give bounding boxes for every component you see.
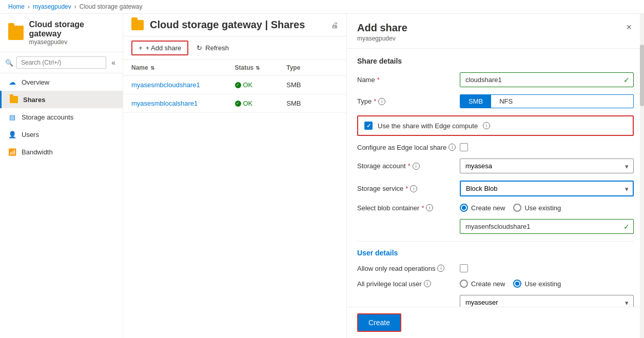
plus-icon: + bbox=[139, 44, 143, 52]
privilege-label: All privilege local user i bbox=[357, 280, 460, 288]
privilege-row: All privilege local user i Create new Us… bbox=[357, 280, 634, 288]
name-input[interactable] bbox=[460, 72, 634, 87]
storage-service-row: Storage service * i Block Blob bbox=[357, 181, 634, 196]
add-share-title: Add share bbox=[357, 22, 407, 34]
col-header-type: Type bbox=[286, 64, 338, 71]
edge-local-label: Configure as Edge local share i bbox=[357, 144, 460, 151]
breadcrumb-home[interactable]: Home bbox=[8, 3, 25, 10]
print-icon[interactable]: 🖨 bbox=[331, 21, 338, 29]
blob-use-existing-radio[interactable]: Use existing bbox=[513, 204, 561, 212]
privilege-info-icon[interactable]: i bbox=[424, 280, 431, 287]
name-label: Name * bbox=[357, 76, 460, 84]
users-icon: 👤 bbox=[8, 130, 16, 138]
privilege-create-new-radio[interactable]: Create new bbox=[460, 280, 505, 288]
privilege-radios: Create new Use existing bbox=[460, 280, 634, 288]
blob-create-new-radio[interactable]: Create new bbox=[460, 204, 505, 212]
read-only-checkbox[interactable] bbox=[460, 264, 468, 272]
col-header-status: Status ⇅ bbox=[235, 64, 287, 71]
main-panel: Cloud storage gateway | Shares 🖨 + + Add… bbox=[123, 14, 346, 338]
create-new-radio-icon bbox=[460, 204, 468, 212]
add-share-footer: Create bbox=[347, 307, 644, 338]
resource-subtitle: myasegpudev bbox=[29, 38, 114, 46]
breadcrumb-resource-group[interactable]: myasegpudev bbox=[33, 3, 71, 10]
type-nfs-button[interactable]: NFS bbox=[491, 95, 521, 108]
sidebar-item-overview[interactable]: ☁ Overview bbox=[0, 73, 123, 91]
sort-icon-status[interactable]: ⇅ bbox=[256, 65, 260, 71]
storage-service-info-icon[interactable]: i bbox=[410, 185, 417, 192]
table-header: Name ⇅ Status ⇅ Type bbox=[123, 60, 346, 76]
add-share-button[interactable]: + + Add share bbox=[131, 41, 188, 55]
panel-header: Cloud storage gateway | Shares 🖨 bbox=[123, 14, 346, 36]
edge-local-checkbox[interactable] bbox=[460, 143, 468, 151]
collapse-icon[interactable]: « bbox=[109, 57, 118, 68]
sort-icon-name[interactable]: ⇅ bbox=[150, 65, 154, 71]
sidebar: Cloud storage gateway myasegpudev 🔍 « ☁ … bbox=[0, 14, 123, 338]
storage-service-select[interactable]: Block Blob bbox=[460, 181, 634, 196]
sidebar-item-storage[interactable]: ▤ Storage accounts bbox=[0, 108, 123, 126]
table-row[interactable]: myasesmbcloudshare1 ✓ OK SMB bbox=[123, 76, 346, 94]
status-ok-icon-2: ✓ bbox=[235, 101, 241, 107]
scrollbar-thumb[interactable] bbox=[640, 45, 644, 106]
col-header-name: Name ⇅ bbox=[131, 64, 235, 71]
type-row: Type * i SMB NFS bbox=[357, 94, 634, 108]
read-only-info-icon[interactable]: i bbox=[437, 265, 444, 272]
type-smb-button[interactable]: SMB bbox=[460, 95, 491, 108]
table-row[interactable]: myasesmblocalshare1 ✓ OK SMB bbox=[123, 94, 346, 113]
toolbar: + + Add share ↻ Refresh bbox=[123, 36, 346, 60]
breadcrumb: Home › myasegpudev › Cloud storage gatew… bbox=[0, 0, 644, 14]
edge-local-checkbox-wrapper bbox=[460, 143, 634, 151]
row-type-2: SMB bbox=[286, 100, 338, 107]
sidebar-item-label-overview: Overview bbox=[22, 78, 49, 86]
close-button[interactable]: × bbox=[624, 22, 634, 33]
search-icon: 🔍 bbox=[5, 59, 13, 67]
nav-items: ☁ Overview Shares ▤ Storage accounts 👤 U… bbox=[0, 73, 123, 338]
sidebar-item-bandwidth[interactable]: 📶 Bandwidth bbox=[0, 143, 123, 161]
privilege-create-label: Create new bbox=[471, 280, 505, 288]
user-select-wrapper: myaseuser bbox=[460, 295, 634, 307]
blob-container-label: Select blob container * i bbox=[357, 204, 460, 212]
breadcrumb-current: Cloud storage gateway bbox=[80, 3, 143, 10]
type-toggle-wrapper: SMB NFS bbox=[460, 94, 634, 108]
add-share-subtitle: myasegpudev bbox=[357, 35, 407, 42]
row-status-2: ✓ OK bbox=[235, 100, 287, 107]
resource-header: Cloud storage gateway myasegpudev bbox=[0, 14, 123, 52]
cloud-icon: ☁ bbox=[8, 78, 16, 86]
blob-container-input[interactable] bbox=[460, 219, 634, 234]
app-container: Home › myasegpudev › Cloud storage gatew… bbox=[0, 0, 644, 338]
sidebar-item-users[interactable]: 👤 Users bbox=[0, 126, 123, 143]
storage-account-row: Storage account * i myasesa bbox=[357, 158, 634, 173]
share-link-2[interactable]: myasesmblocalshare1 bbox=[131, 100, 198, 107]
edge-compute-label: Use the share with Edge compute bbox=[378, 122, 478, 130]
share-link-1[interactable]: myasesmbcloudshare1 bbox=[131, 81, 200, 89]
scrollbar-track[interactable] bbox=[640, 14, 644, 338]
storage-icon: ▤ bbox=[8, 113, 16, 121]
blob-container-radios: Create new Use existing bbox=[460, 204, 634, 212]
blob-container-info-icon[interactable]: i bbox=[426, 204, 433, 211]
create-button[interactable]: Create bbox=[357, 313, 401, 332]
blob-container-input-wrapper: ✓ bbox=[460, 219, 634, 234]
edge-compute-checkbox[interactable]: ✓ bbox=[364, 122, 373, 130]
user-select-row: myaseuser bbox=[357, 295, 634, 307]
sidebar-item-label-shares: Shares bbox=[23, 96, 45, 104]
storage-account-select[interactable]: myasesa bbox=[460, 158, 634, 173]
type-toggle: SMB NFS bbox=[460, 94, 634, 108]
user-select[interactable]: myaseuser bbox=[460, 295, 634, 307]
status-ok-icon-1: ✓ bbox=[235, 82, 241, 88]
privilege-create-radio-icon bbox=[460, 280, 468, 288]
refresh-button[interactable]: ↻ Refresh bbox=[197, 44, 229, 52]
shares-table: Name ⇅ Status ⇅ Type myasesmbcloudshare1 bbox=[123, 60, 346, 113]
use-existing-radio-label: Use existing bbox=[524, 204, 561, 212]
page-title: Cloud storage gateway | Shares bbox=[150, 19, 325, 31]
edge-compute-info-icon[interactable]: i bbox=[483, 122, 490, 129]
share-details-title: Share details bbox=[357, 57, 634, 65]
privilege-use-existing-radio[interactable]: Use existing bbox=[513, 280, 561, 288]
type-info-icon[interactable]: i bbox=[378, 98, 385, 105]
add-share-header: Add share myasegpudev × bbox=[347, 14, 644, 49]
search-input[interactable] bbox=[16, 56, 106, 69]
sidebar-item-shares[interactable]: Shares bbox=[0, 91, 123, 108]
storage-account-info-icon[interactable]: i bbox=[413, 163, 420, 170]
edge-local-info-icon[interactable]: i bbox=[448, 144, 456, 151]
name-row: Name * ✓ bbox=[357, 72, 634, 87]
storage-account-wrapper: myasesa bbox=[460, 158, 634, 173]
edge-local-row: Configure as Edge local share i bbox=[357, 143, 634, 151]
